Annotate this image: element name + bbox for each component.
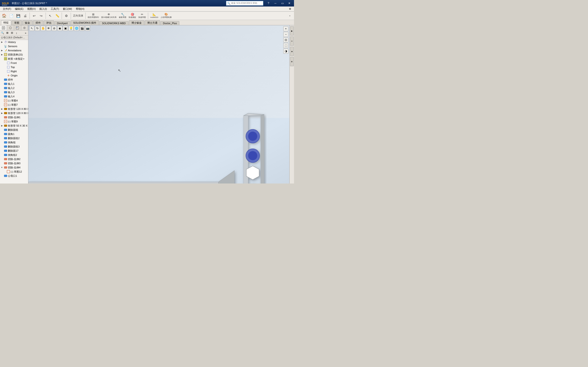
tree-item-chamfer2[interactable]: 倒角组2 — [0, 153, 28, 157]
tab-evaluate[interactable]: 评估 — [44, 20, 54, 25]
print-btn[interactable]: 🖨 — [22, 12, 28, 19]
tree-item-sketch7[interactable]: (-) 草图7 — [0, 103, 28, 107]
expand-bom[interactable]: ▶ — [0, 53, 3, 56]
linear-pattern-btn[interactable]: ⊞ 线性草图阵列 — [87, 12, 100, 19]
expand-material[interactable] — [0, 57, 3, 60]
filter-btn[interactable]: 🔍 — [0, 31, 5, 35]
env-btn[interactable]: 🌐 — [74, 26, 79, 31]
tree-item-sketch4[interactable]: (-) 草图4 — [0, 99, 28, 103]
tree-item-delface1[interactable]: 删除面组 — [0, 128, 28, 132]
shading-btn[interactable]: ◉ — [57, 26, 62, 31]
tree-item-delface17[interactable]: 删除面17 — [0, 149, 28, 153]
scene-btn[interactable]: 🎬 — [79, 26, 85, 31]
tab-weldments[interactable]: 焊件 — [33, 20, 43, 25]
display-style-btn[interactable]: ◑ — [283, 49, 288, 54]
collapse-all-btn[interactable]: ⊟ — [10, 31, 14, 35]
right-panel-btn4[interactable]: ⊕ — [290, 57, 294, 66]
tree-item-rect1[interactable]: ▶ 矩形管 120 X 80 X 8(8) — [0, 107, 28, 111]
expand-front[interactable] — [3, 62, 6, 64]
panel-tab-config[interactable] — [21, 25, 28, 30]
tree-item-cut3[interactable]: 切除-拉伸3 — [0, 161, 28, 165]
expand-top[interactable] — [3, 66, 6, 68]
panel-tab-featuretree[interactable] — [0, 25, 7, 30]
minimize-btn[interactable]: ─ — [272, 1, 279, 6]
section-view-btn[interactable]: ⊘ — [52, 26, 57, 31]
tree-item-input4[interactable]: 输入4 — [0, 94, 28, 99]
menu-insert[interactable]: 插入(I) — [37, 7, 49, 11]
expand-chamfer2[interactable] — [0, 154, 3, 156]
measure-btn[interactable]: 📏 — [54, 12, 61, 19]
tree-item-delface3[interactable]: 删除面组3 — [0, 144, 28, 149]
tree-item-sketch12[interactable]: (-) 草图12 — [0, 170, 28, 174]
expand-fillet1[interactable] — [0, 133, 3, 135]
rotate-btn[interactable]: ↻ — [35, 26, 40, 31]
menu-file[interactable]: 文件(F) — [1, 7, 13, 11]
viewport[interactable]: X Y Z + − ⊡ ⬚ ◑ ↖ — [28, 25, 289, 184]
tree-item-weldments[interactable]: 焊件 — [0, 78, 28, 82]
quick-snap-btn[interactable]: 🎯 快速捕捉 — [128, 12, 137, 19]
expand-sketch9[interactable] — [0, 120, 3, 123]
right-panel-btn3[interactable]: ◈ — [290, 47, 294, 56]
open-btn[interactable]: 📄 — [8, 12, 14, 19]
tab-sw-mbd[interactable]: SOLIDWORKS MBD — [99, 21, 128, 25]
tab-doctor-rect[interactable]: 博士方通 — [145, 20, 160, 25]
panel-tab-display[interactable] — [14, 25, 21, 30]
menu-window[interactable]: 窗口(W) — [61, 7, 74, 11]
undo-btn[interactable]: ↩ — [31, 12, 37, 19]
tree-item-delface2[interactable]: 删除面组2 — [0, 136, 28, 140]
panel-tab-properties[interactable]: i — [7, 25, 14, 30]
tree-item-input2[interactable]: 输入2 — [0, 86, 28, 90]
expand-right[interactable] — [3, 70, 6, 73]
expand-rect1[interactable]: ▶ — [0, 108, 3, 110]
expand-input2[interactable] — [0, 87, 3, 89]
redo-btn[interactable]: ↪ — [38, 12, 44, 19]
orient-btn[interactable]: ⬚ — [283, 43, 288, 48]
select-btn[interactable]: ↖ — [47, 12, 53, 19]
show-hide-btn[interactable]: 👁 显示/隐藏几何关系 — [100, 12, 117, 19]
tree-item-cut2[interactable]: 切除-拉伸2 — [0, 157, 28, 161]
quick-sketch-btn[interactable]: ✏ 快速草图 — [138, 12, 147, 19]
menu-tools[interactable]: 工具(T) — [49, 7, 61, 11]
expand-sketch12[interactable] — [3, 170, 6, 173]
tree-item-input1[interactable]: 输入1 — [0, 82, 28, 86]
close-btn[interactable]: ✕ — [286, 1, 293, 6]
tree-item-history[interactable]: ▶ ⏱ History — [0, 40, 28, 44]
tree-item-input3[interactable]: 输入3 — [0, 90, 28, 94]
tree-item-cut1[interactable]: 切除-拉伸1 — [0, 115, 28, 119]
right-panel-btn1[interactable]: ▶ — [290, 26, 294, 35]
instant2d-btn[interactable]: 📐 Instant2D — [149, 12, 159, 19]
fit-all-btn[interactable]: ⊡ — [283, 37, 288, 42]
expand-cut2[interactable] — [0, 158, 3, 160]
camera-btn[interactable]: 📷 — [85, 26, 90, 31]
expand-cut1[interactable] — [0, 116, 3, 119]
expand-delface2[interactable] — [0, 137, 3, 140]
expand-annotations[interactable]: ▶ — [0, 49, 3, 52]
tree-item-annotations[interactable]: ▶ 📝 Annotations — [0, 48, 28, 52]
tree-item-rect3[interactable]: ▶ 矩形管 50 X 30 X 2.6(1) — [0, 124, 28, 128]
tab-dimxpert[interactable]: DimXpert — [54, 21, 70, 25]
settings-btn[interactable]: ⚙ — [63, 12, 69, 19]
tab-doctor-plus[interactable]: Doctor_Plus — [161, 21, 180, 25]
tree-item-bom[interactable]: ▶ 切割清单(15) — [0, 52, 28, 57]
expand-sketch4[interactable] — [0, 99, 3, 102]
expand-delface1[interactable] — [0, 128, 3, 131]
expand-rect3[interactable]: ▶ — [0, 124, 3, 127]
tree-item-material[interactable]: 材质 <未指定> — [0, 57, 28, 61]
lights-btn[interactable]: 💡 — [68, 26, 73, 31]
select-mode-btn[interactable]: ↖ — [29, 26, 35, 31]
expand-cut4[interactable]: ▼ — [0, 166, 3, 169]
expand-input1[interactable] — [0, 83, 3, 85]
expand-weldments[interactable] — [0, 78, 3, 81]
tree-item-top[interactable]: Top — [0, 65, 28, 69]
tree-item-cut4[interactable]: ▼ 切除-拉伸4 — [0, 165, 28, 170]
tree-item-sensors[interactable]: 📡 Sensors — [0, 44, 28, 48]
tree-item-right[interactable]: Right — [0, 69, 28, 73]
save-btn[interactable]: 💾 — [15, 12, 21, 19]
expand-origin[interactable] — [3, 74, 6, 77]
tab-sw-plugins[interactable]: SOLIDWORKS 插件 — [71, 20, 99, 25]
tree-item-front[interactable]: Front — [0, 61, 28, 65]
repair-btn[interactable]: 🔧 修复草图 — [118, 12, 127, 19]
new-btn[interactable]: 🏠 — [1, 12, 8, 19]
restore-btn[interactable]: ▭ — [279, 1, 286, 6]
tree-item-rect2[interactable]: ▶ 矩形管 120 X 80 X 8(17) — [0, 111, 28, 115]
